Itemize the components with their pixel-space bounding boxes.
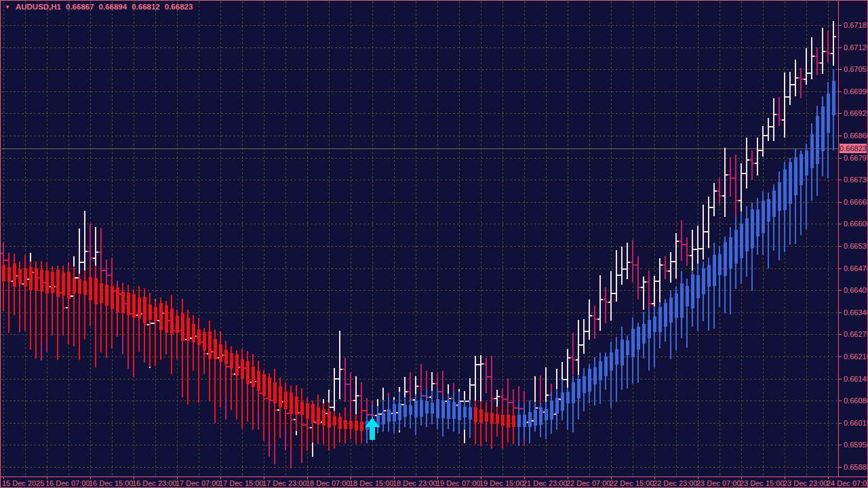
candle-open-tick [153, 323, 155, 324]
indicator-body [474, 407, 477, 422]
current-price-tag: 0.66823 [840, 144, 867, 153]
indicator-body [62, 272, 65, 296]
indicator-body [409, 405, 412, 415]
indicator-body [800, 154, 803, 185]
candle-open-tick [277, 409, 279, 411]
indicator-body [805, 150, 808, 176]
indicator-body [534, 410, 537, 426]
candle-open-tick [793, 84, 795, 85]
candle-wick [344, 358, 346, 402]
candle-close-tick [568, 357, 570, 359]
indicator-body [827, 94, 830, 133]
price-axis-tick [839, 423, 842, 424]
price-axis-tick [839, 246, 842, 247]
price-axis-label: 0.66665 [844, 198, 868, 206]
indicator-body [593, 367, 597, 384]
candle-close-tick [758, 150, 760, 151]
candle-open-tick [93, 258, 95, 259]
indicator-body [338, 417, 342, 429]
indicator-body [138, 298, 141, 318]
candle-open-tick [66, 307, 68, 308]
indicator-body [626, 340, 629, 355]
candle-close-tick [80, 262, 82, 263]
candle-close-tick [102, 270, 104, 271]
candle-open-tick [364, 410, 366, 411]
price-axis[interactable]: 0.66823 0.671850.671200.670550.669900.66… [838, 1, 867, 476]
candle-close-tick [623, 268, 625, 270]
candle-close-tick [698, 248, 701, 249]
candle-close-tick [476, 364, 478, 365]
candle-close-tick [791, 84, 793, 85]
candle-close-tick [769, 126, 771, 127]
symbol-dropdown-icon[interactable]: ▼ [5, 4, 10, 10]
candle-close-tick [471, 384, 473, 386]
indicator-body [436, 399, 439, 418]
candle-open-tick [825, 51, 827, 52]
price-axis-label: 0.66470 [844, 264, 868, 272]
indicator-body [127, 293, 130, 315]
candle-open-tick [104, 270, 106, 271]
candle-open-tick [565, 379, 567, 380]
time-axis-label: 22 Dec 23:00 [653, 479, 697, 487]
candle-close-tick [368, 414, 370, 415]
indicator-body [669, 298, 673, 323]
candle-open-tick [782, 119, 784, 121]
candle-close-tick [107, 274, 109, 276]
candle-wick [778, 97, 780, 126]
candle-wick [572, 333, 574, 375]
candle-close-tick [308, 427, 310, 428]
price-axis-tick [839, 401, 842, 401]
indicator-body [702, 268, 705, 294]
candle-open-tick [755, 163, 757, 164]
candle-open-tick [608, 302, 610, 303]
candle-wick [746, 138, 747, 188]
indicator-body [89, 277, 92, 300]
indicator-wick [220, 331, 221, 407]
candle-open-tick [521, 408, 524, 409]
indicator-body [208, 331, 212, 359]
candle-close-tick [736, 200, 738, 201]
candle-close-tick [384, 410, 386, 411]
price-axis-tick [839, 113, 842, 114]
indicator-body [631, 329, 635, 357]
candle-wick [827, 31, 829, 62]
time-axis[interactable]: 15 Dec 202516 Dec 07:0016 Dec 15:0016 De… [1, 476, 868, 488]
price-axis-label: 0.66340 [844, 308, 868, 317]
indicator-body [116, 287, 119, 312]
candle-close-tick [753, 163, 755, 164]
indicator-wick [149, 293, 151, 367]
price-axis-tick [839, 202, 842, 203]
indicator-body [100, 283, 103, 302]
ohlc-low: 0.66812 [132, 3, 160, 11]
indicator-body [604, 357, 608, 377]
candle-close-tick [96, 251, 98, 253]
indicator-body [322, 409, 326, 426]
candle-close-tick [416, 386, 418, 387]
candle-open-tick [804, 79, 806, 80]
indicator-body [713, 255, 716, 286]
indicator-wick [301, 388, 302, 451]
candle-wick [768, 118, 769, 141]
indicator-body [572, 382, 575, 403]
candle-wick [762, 126, 764, 157]
time-axis-label: 22 Dec 15:00 [610, 479, 654, 487]
candle-open-tick [424, 395, 426, 396]
candle-close-tick [536, 407, 538, 409]
chart-canvas[interactable] [1, 1, 868, 488]
indicator-body [284, 392, 288, 410]
candle-open-tick [663, 264, 665, 266]
candle-close-tick [519, 408, 521, 409]
indicator-wick [610, 342, 612, 408]
candle-open-tick [787, 96, 789, 98]
candle-open-tick [6, 260, 8, 261]
price-axis-label: 0.67185 [844, 21, 868, 29]
indicator-body [18, 269, 22, 283]
candle-close-tick [704, 231, 706, 232]
candle-open-tick [641, 287, 643, 288]
indicator-body [35, 268, 38, 290]
price-axis-label: 0.66730 [844, 176, 868, 184]
indicator-body [83, 281, 87, 295]
candle-open-tick [625, 268, 627, 270]
indicator-body [105, 285, 108, 306]
candle-open-tick [549, 394, 551, 396]
